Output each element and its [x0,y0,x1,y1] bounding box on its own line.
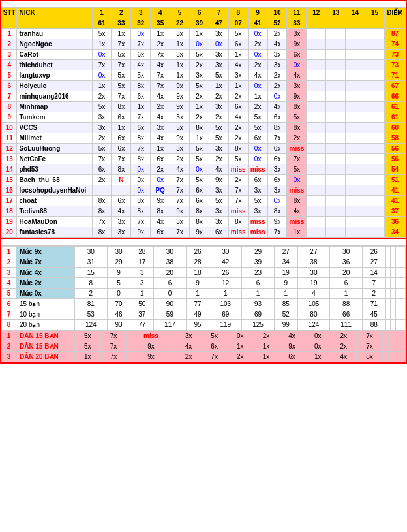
stats-val: 17 [130,257,154,268]
val-cell: 6x [151,154,170,164]
stats-row: 4Mức 2x8536912691967 [2,278,406,289]
stats-val: 99 [274,320,297,330]
val-cell: miss [248,227,267,238]
dan-val: 7x [357,331,383,341]
stats-stt: 6 [2,299,16,309]
val-cell: 0x [287,175,307,185]
stats-val: 1 [130,289,154,299]
val-cell: 6x [112,196,131,206]
val-cell: 0x [248,29,267,39]
empty-cell [391,299,396,309]
nick-cell: Milimet [17,133,92,144]
score-cell: 87 [384,29,405,39]
val-cell: 5x [228,29,248,39]
stats-val: 105 [297,299,330,309]
stats-val: 5 [107,278,130,289]
stats-val: 119 [209,320,242,330]
empty-cell [326,164,346,175]
dan-val: 9x [279,341,305,352]
val-cell: 6x [112,144,131,154]
stats-val: 4 [297,289,330,299]
val-cell: 9x [151,196,170,206]
th-2: 2 [112,8,131,18]
dan-val: 2x [175,352,202,362]
empty-cell [346,70,365,81]
val-cell: 7x [131,112,151,123]
nick-cell: SoLuuHuong [17,144,92,154]
stats-val: 124 [297,320,330,330]
val-cell: 3x [170,144,190,154]
val-cell: 1x [170,39,190,50]
score-cell: 60 [384,123,405,133]
val-cell: 8x [131,81,151,91]
stats-val: 66 [330,309,363,320]
val-cell: 5x [248,123,267,133]
stats-val: 26 [363,247,386,257]
stats-val: 9 [274,278,297,289]
stt-cell: 7 [2,91,17,102]
empty-cell [307,227,326,238]
empty-cell [394,352,400,362]
stt-cell: 3 [2,50,17,60]
empty-cell [388,331,394,341]
stats-val: 117 [154,320,187,330]
val-cell: 0x [131,185,151,196]
val-cell: 2x [209,154,228,164]
val-cell: 8x [228,217,248,227]
val-cell: 4x [287,70,307,81]
val-cell: 9x [131,227,151,238]
dan-label: DÀN 20 BẠN [16,352,75,362]
empty-cell [326,185,346,196]
stats-val: 69 [209,309,242,320]
stt-cell: 8 [2,102,17,112]
val-cell: 9x [287,91,307,102]
stats-val: 8 [75,278,108,289]
val-cell: 8x [287,196,307,206]
stt-cell: 17 [2,196,17,206]
th-9: 9 [248,8,267,18]
dan-val: 1x [227,341,253,352]
empty-cell [326,227,346,238]
val-cell: 0x [190,39,209,50]
val-cell: 7x [267,133,287,144]
stats-val: 27 [363,257,386,268]
stats-val: 3 [130,268,154,278]
dan-val: 3x [175,331,202,341]
empty-cell [365,144,385,154]
dan-val: 2x [253,331,279,341]
stats-val: 30 [297,268,330,278]
val-cell: 8x [267,206,287,217]
val-cell: 8x [228,144,248,154]
empty-cell [346,227,365,238]
nick-cell: langtuxvp [17,70,92,81]
val-cell: 6x [112,133,131,144]
table-row: 10VCCS3x1x6x3x5x8x5x2x5x8x8x60 [2,123,406,133]
empty-cell [400,320,406,330]
stats-val: 9 [107,268,130,278]
val-cell: 1x [151,144,170,154]
empty-cell [326,175,346,185]
stats-val: 42 [209,257,242,268]
val-cell: 8x [112,164,131,175]
th-n4: 35 [151,18,170,29]
nick-cell: Minhmap [17,102,92,112]
empty-cell [346,196,365,206]
th-10: 10 [267,8,287,18]
dan-val: 4x [175,341,202,352]
val-cell: 1x [190,29,209,39]
val-cell: 0x [287,60,307,70]
stats-val: 37 [130,309,154,320]
stats-val: 2 [75,289,108,299]
stt-cell: 13 [2,154,17,164]
stats-val: 93 [242,299,275,309]
val-cell: 3x [209,60,228,70]
empty-cell [346,217,365,227]
stt-cell: 20 [2,227,17,238]
dan-row: 2DÀN 15 BẠN5x7x9x4x6x1x1x9x0x2x7x [2,341,406,352]
val-cell: 2x [92,133,112,144]
stats-val: 88 [363,320,386,330]
val-cell: 0x [190,164,209,175]
val-cell: 7x [131,217,151,227]
val-cell: 5x [112,81,131,91]
val-cell: 2x [190,91,209,102]
